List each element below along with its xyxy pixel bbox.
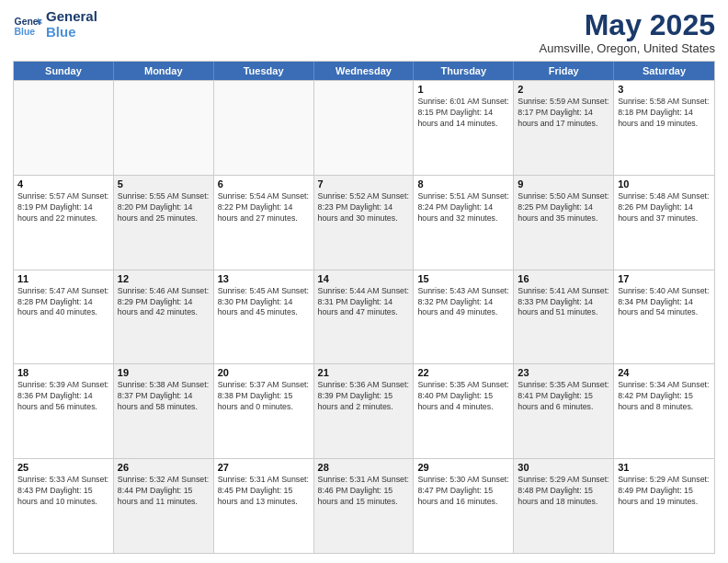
day-cell-28: 28Sunrise: 5:31 AM Sunset: 8:46 PM Dayli… [314,459,415,553]
day-number: 12 [118,273,210,284]
day-number: 23 [518,367,609,378]
day-cell-24: 24Sunrise: 5:34 AM Sunset: 8:42 PM Dayli… [614,364,714,458]
day-info: Sunrise: 5:44 AM Sunset: 8:31 PM Dayligh… [318,286,410,319]
day-number: 20 [218,367,310,378]
day-info: Sunrise: 5:37 AM Sunset: 8:38 PM Dayligh… [218,380,310,413]
subtitle: Aumsville, Oregon, United States [540,41,715,55]
day-cell-9: 9Sunrise: 5:50 AM Sunset: 8:25 PM Daylig… [514,176,614,270]
header-day-thursday: Thursday [414,62,514,80]
day-number: 22 [417,367,509,378]
day-cell-5: 5Sunrise: 5:55 AM Sunset: 8:20 PM Daylig… [114,176,214,270]
day-info: Sunrise: 6:01 AM Sunset: 8:15 PM Dayligh… [417,97,509,130]
day-info: Sunrise: 5:48 AM Sunset: 8:26 PM Dayligh… [618,191,711,224]
day-number: 1 [417,84,509,95]
calendar-row-3: 18Sunrise: 5:39 AM Sunset: 8:36 PM Dayli… [14,363,714,458]
day-info: Sunrise: 5:55 AM Sunset: 8:20 PM Dayligh… [118,191,210,224]
day-number: 15 [417,273,509,284]
day-number: 24 [618,367,711,378]
empty-cell-0-1 [114,81,214,175]
day-cell-20: 20Sunrise: 5:37 AM Sunset: 8:38 PM Dayli… [214,364,314,458]
day-info: Sunrise: 5:31 AM Sunset: 8:46 PM Dayligh… [318,475,410,508]
calendar: SundayMondayTuesdayWednesdayThursdayFrid… [13,61,715,554]
header-day-friday: Friday [514,62,614,80]
calendar-row-2: 11Sunrise: 5:47 AM Sunset: 8:28 PM Dayli… [14,270,714,364]
calendar-row-0: 1Sunrise: 6:01 AM Sunset: 8:15 PM Daylig… [14,80,714,175]
svg-text:Blue: Blue [15,27,36,37]
calendar-row-4: 25Sunrise: 5:33 AM Sunset: 8:43 PM Dayli… [14,458,714,553]
day-number: 11 [17,273,109,284]
day-number: 4 [17,178,109,190]
day-info: Sunrise: 5:35 AM Sunset: 8:40 PM Dayligh… [417,380,509,413]
day-number: 27 [218,462,310,473]
day-cell-2: 2Sunrise: 5:59 AM Sunset: 8:17 PM Daylig… [514,81,614,175]
day-number: 13 [218,273,310,284]
day-info: Sunrise: 5:52 AM Sunset: 8:23 PM Dayligh… [318,191,410,224]
day-number: 17 [618,273,711,284]
day-info: Sunrise: 5:29 AM Sunset: 8:48 PM Dayligh… [518,475,609,508]
day-number: 14 [318,273,410,284]
day-cell-18: 18Sunrise: 5:39 AM Sunset: 8:36 PM Dayli… [14,364,114,458]
day-info: Sunrise: 5:38 AM Sunset: 8:37 PM Dayligh… [118,380,210,413]
day-number: 7 [318,178,410,190]
day-cell-16: 16Sunrise: 5:41 AM Sunset: 8:33 PM Dayli… [514,270,614,364]
day-number: 16 [518,273,609,284]
day-cell-1: 1Sunrise: 6:01 AM Sunset: 8:15 PM Daylig… [414,81,514,175]
day-cell-22: 22Sunrise: 5:35 AM Sunset: 8:40 PM Dayli… [414,364,514,458]
day-info: Sunrise: 5:35 AM Sunset: 8:41 PM Dayligh… [518,380,609,413]
day-cell-11: 11Sunrise: 5:47 AM Sunset: 8:28 PM Dayli… [14,270,114,364]
day-number: 6 [218,178,310,190]
day-info: Sunrise: 5:31 AM Sunset: 8:45 PM Dayligh… [218,475,310,508]
header-day-sunday: Sunday [14,62,114,80]
logo: General Blue General Blue [13,9,97,40]
day-number: 9 [518,178,609,190]
day-cell-21: 21Sunrise: 5:36 AM Sunset: 8:39 PM Dayli… [314,364,415,458]
empty-cell-0-2 [214,81,314,175]
day-cell-26: 26Sunrise: 5:32 AM Sunset: 8:44 PM Dayli… [114,459,214,553]
logo-icon: General Blue [13,10,42,40]
day-cell-6: 6Sunrise: 5:54 AM Sunset: 8:22 PM Daylig… [214,176,314,270]
day-info: Sunrise: 5:46 AM Sunset: 8:29 PM Dayligh… [118,286,210,319]
day-number: 29 [417,462,509,473]
day-info: Sunrise: 5:43 AM Sunset: 8:32 PM Dayligh… [417,286,509,319]
empty-cell-0-3 [314,81,415,175]
day-cell-15: 15Sunrise: 5:43 AM Sunset: 8:32 PM Dayli… [414,270,514,364]
calendar-header: SundayMondayTuesdayWednesdayThursdayFrid… [14,62,714,80]
day-cell-4: 4Sunrise: 5:57 AM Sunset: 8:19 PM Daylig… [14,176,114,270]
day-cell-19: 19Sunrise: 5:38 AM Sunset: 8:37 PM Dayli… [114,364,214,458]
day-number: 31 [618,462,711,473]
day-info: Sunrise: 5:30 AM Sunset: 8:47 PM Dayligh… [417,475,509,508]
day-cell-8: 8Sunrise: 5:51 AM Sunset: 8:24 PM Daylig… [414,176,514,270]
calendar-body: 1Sunrise: 6:01 AM Sunset: 8:15 PM Daylig… [14,80,714,553]
day-number: 26 [118,462,210,473]
day-info: Sunrise: 5:36 AM Sunset: 8:39 PM Dayligh… [318,380,410,413]
day-info: Sunrise: 5:33 AM Sunset: 8:43 PM Dayligh… [17,475,109,508]
day-info: Sunrise: 5:59 AM Sunset: 8:17 PM Dayligh… [518,97,609,130]
day-number: 2 [518,84,609,95]
top-header: General Blue General Blue May 2025 Aumsv… [13,9,715,55]
day-cell-27: 27Sunrise: 5:31 AM Sunset: 8:45 PM Dayli… [214,459,314,553]
logo-line1: General [46,9,97,25]
day-number: 25 [17,462,109,473]
day-cell-7: 7Sunrise: 5:52 AM Sunset: 8:23 PM Daylig… [314,176,415,270]
day-number: 28 [318,462,410,473]
header-day-wednesday: Wednesday [314,62,415,80]
day-cell-23: 23Sunrise: 5:35 AM Sunset: 8:41 PM Dayli… [514,364,614,458]
day-info: Sunrise: 5:50 AM Sunset: 8:25 PM Dayligh… [518,191,609,224]
day-number: 5 [118,178,210,190]
day-cell-25: 25Sunrise: 5:33 AM Sunset: 8:43 PM Dayli… [14,459,114,553]
day-info: Sunrise: 5:41 AM Sunset: 8:33 PM Dayligh… [518,286,609,319]
day-cell-14: 14Sunrise: 5:44 AM Sunset: 8:31 PM Dayli… [314,270,415,364]
day-info: Sunrise: 5:40 AM Sunset: 8:34 PM Dayligh… [618,286,711,319]
day-info: Sunrise: 5:57 AM Sunset: 8:19 PM Dayligh… [17,191,109,224]
day-info: Sunrise: 5:51 AM Sunset: 8:24 PM Dayligh… [417,191,509,224]
day-number: 19 [118,367,210,378]
day-info: Sunrise: 5:58 AM Sunset: 8:18 PM Dayligh… [618,97,711,130]
header-day-monday: Monday [114,62,214,80]
day-cell-29: 29Sunrise: 5:30 AM Sunset: 8:47 PM Dayli… [414,459,514,553]
day-info: Sunrise: 5:54 AM Sunset: 8:22 PM Dayligh… [218,191,310,224]
header-day-tuesday: Tuesday [214,62,314,80]
day-cell-3: 3Sunrise: 5:58 AM Sunset: 8:18 PM Daylig… [614,81,714,175]
day-info: Sunrise: 5:32 AM Sunset: 8:44 PM Dayligh… [118,475,210,508]
logo-text: General Blue [46,9,97,40]
day-cell-12: 12Sunrise: 5:46 AM Sunset: 8:29 PM Dayli… [114,270,214,364]
